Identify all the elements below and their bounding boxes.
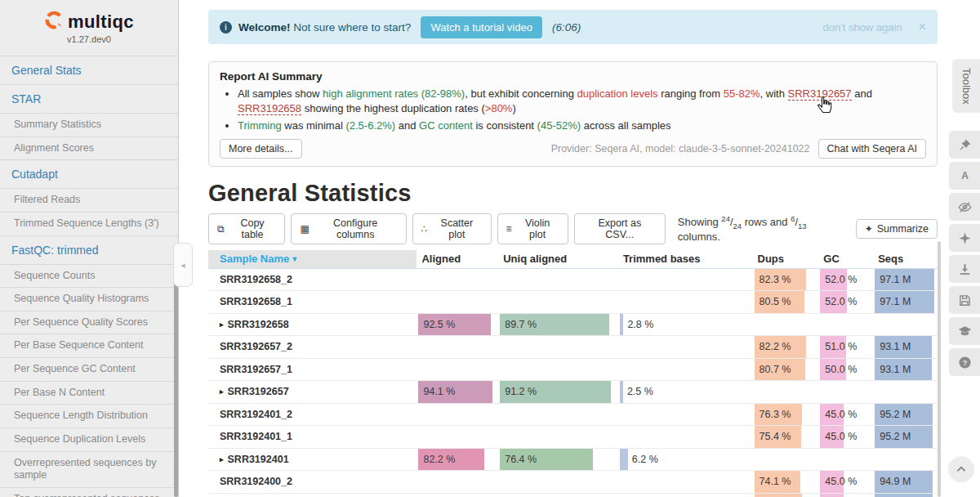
sidebar-item[interactable]: Sequence Duplication Levels: [0, 428, 178, 452]
sidebar-scrollbar[interactable]: [174, 262, 178, 497]
sample-name: SRR3192401_2: [220, 409, 292, 420]
sample-link[interactable]: SRR3192657: [788, 87, 852, 101]
seqs-cell: 94.9 M: [873, 494, 938, 497]
sidebar-item[interactable]: Cutadapt: [0, 160, 178, 189]
more-details-button[interactable]: More details...: [220, 139, 302, 159]
ai-text-span: duplication levels: [577, 87, 658, 100]
ai-text-span: across all samples: [581, 119, 671, 132]
sidebar-item[interactable]: Sequence Counts: [0, 265, 178, 289]
ai-text-span: All samples show: [238, 87, 323, 100]
expand-caret-icon[interactable]: ▸: [220, 320, 224, 329]
value-bar: [620, 314, 623, 336]
sidebar-item[interactable]: FastQC: trimmed: [0, 236, 178, 265]
expand-caret-icon[interactable]: ▸: [220, 455, 224, 463]
sample-name-cell[interactable]: SRR3192657_1: [208, 359, 416, 381]
scroll-to-top-button[interactable]: [948, 456, 974, 482]
welcome-banner: i Welcome! Not sure where to start? Watc…: [208, 10, 938, 44]
sidebar-item[interactable]: Alignment Scores: [0, 137, 178, 161]
table-row: ▸SRR319265794.1 %91.2 %2.5 %: [208, 381, 938, 404]
sample-name-cell[interactable]: SRR3192658_2: [208, 269, 416, 291]
value-label: 80.7 %: [760, 359, 791, 382]
sample-name-cell[interactable]: SRR3192400_1: [208, 494, 416, 497]
sample-link[interactable]: SRR3192658: [238, 102, 301, 115]
sparkle-icon: ✦: [865, 223, 873, 235]
help-icon[interactable]: ?: [949, 348, 980, 376]
save-icon[interactable]: [949, 286, 980, 314]
sample-name-cell[interactable]: SRR3192401_2: [208, 404, 416, 426]
column-header-trimmed-bases[interactable]: Trimmed bases: [618, 250, 753, 268]
summarize-button[interactable]: ✦ Summarize: [856, 219, 938, 239]
column-header-seqs[interactable]: Seqs: [873, 250, 938, 268]
sample-name-cell[interactable]: SRR3192400_2: [208, 471, 416, 493]
sample-name-cell[interactable]: SRR3192657_2: [208, 336, 416, 358]
seqs-cell: [873, 449, 938, 471]
configure-columns-button[interactable]: ▦ Configure columns: [291, 213, 406, 244]
table-row: ▸SRR319265892.5 %89.7 %2.8 %: [208, 314, 938, 337]
column-header-dups[interactable]: Dups: [753, 250, 819, 268]
ai-text-span: >80%: [485, 102, 513, 114]
caret-down-icon: ▾: [292, 254, 296, 263]
text-highlight-icon[interactable]: A: [949, 162, 980, 190]
close-icon[interactable]: ×: [919, 20, 926, 34]
ai-text-span: ranging from: [658, 87, 724, 100]
violin-plot-button[interactable]: ≡ Violin plot: [497, 213, 568, 244]
main-scrollbar[interactable]: [938, 241, 941, 497]
ai-text-span: (2.5-6.2%): [345, 119, 395, 132]
sidebar-item[interactable]: Filtered Reads: [0, 189, 178, 213]
sidebar-item[interactable]: Per Base N Content: [0, 382, 178, 405]
uniq-cell: 91.2 %: [498, 381, 618, 403]
scatter-plot-button[interactable]: ∴ Scatter plot: [412, 213, 492, 244]
value-label: 2.8 %: [627, 314, 653, 337]
column-header-uniq-aligned[interactable]: Uniq aligned: [498, 250, 618, 268]
dups-cell: 76.0 %: [753, 494, 819, 497]
eye-slash-icon[interactable]: [949, 193, 980, 221]
value-label: 94.9 M: [880, 494, 911, 497]
sample-name-cell[interactable]: ▸SRR3192657: [208, 381, 416, 403]
sidebar-item[interactable]: Sequence Quality Histograms: [0, 288, 178, 311]
chat-seqera-button[interactable]: Chat with Seqera AI: [818, 139, 926, 159]
violin-icon: ≡: [506, 223, 512, 235]
value-label: 91.2 %: [505, 381, 537, 404]
toolbox-tab[interactable]: Toolbox: [952, 59, 980, 113]
export-csv-button[interactable]: Export as CSV...: [574, 213, 666, 244]
uniq-cell: [498, 494, 618, 497]
table-row: SRR3192658_180.5 %52.0 %97.1 M: [208, 291, 938, 314]
value-label: 51.0 %: [825, 336, 857, 359]
sample-name-cell[interactable]: SRR3192401_1: [208, 426, 416, 448]
sidebar-item[interactable]: General Stats: [0, 56, 178, 85]
value-label: 97.1 M: [880, 291, 911, 314]
sample-name-cell[interactable]: SRR3192658_1: [208, 291, 416, 313]
sidebar-item[interactable]: Per Base Sequence Content: [0, 334, 178, 358]
sidebar-item[interactable]: Top overrepresented sequences: [0, 488, 178, 497]
pin-icon[interactable]: [949, 131, 980, 159]
sidebar-item[interactable]: Per Sequence GC Content: [0, 358, 178, 382]
watch-tutorial-button[interactable]: Watch a tutorial video: [421, 16, 542, 38]
column-header-sample-name[interactable]: Sample Name ▾: [208, 250, 416, 268]
dont-show-again-link[interactable]: don't show again: [822, 21, 902, 34]
copy-table-button[interactable]: ⧉ Copy table: [208, 213, 285, 244]
download-icon[interactable]: [949, 255, 980, 283]
sample-name-cell[interactable]: ▸SRR3192401: [208, 449, 416, 471]
sidebar-item[interactable]: STAR: [0, 85, 178, 114]
seqs-cell: 95.2 M: [873, 426, 938, 448]
sample-name: SRR3192658: [228, 319, 289, 330]
sidebar-item[interactable]: Sequence Length Distribution: [0, 405, 178, 428]
ai-sparkle-icon[interactable]: [949, 224, 980, 252]
svg-text:A: A: [961, 170, 969, 181]
expand-caret-icon[interactable]: ▸: [220, 387, 224, 396]
value-label: 2.5 %: [627, 381, 653, 404]
graduation-cap-icon[interactable]: [949, 317, 980, 345]
column-header-gc[interactable]: GC: [818, 250, 873, 268]
sample-name-cell[interactable]: ▸SRR3192658: [208, 314, 416, 336]
sidebar-item[interactable]: Trimmed Sequence Lengths (3'): [0, 213, 178, 236]
sidebar-collapse-handle[interactable]: ◂: [173, 243, 193, 287]
value-label: 80.5 %: [760, 291, 791, 314]
sidebar-item[interactable]: Per Sequence Quality Scores: [0, 311, 178, 335]
logo-block[interactable]: multiqc v1.27.dev0: [0, 0, 178, 51]
sidebar-item[interactable]: Summary Statistics: [0, 114, 178, 137]
sidebar-item[interactable]: Overrepresented sequences by sample: [0, 452, 178, 488]
value-label: 95.2 M: [880, 404, 911, 427]
trimmed-cell: [618, 359, 753, 381]
sample-name: SRR3192401: [228, 454, 289, 465]
column-header-aligned[interactable]: Aligned: [416, 250, 498, 268]
